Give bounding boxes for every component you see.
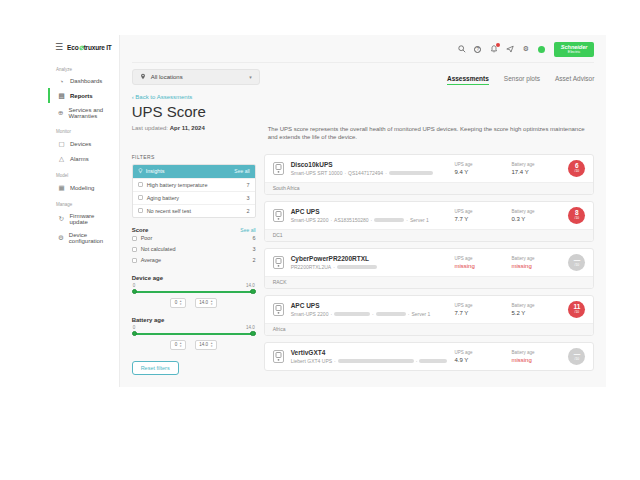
insight-filter-aging-battery[interactable]: Aging battery3 — [133, 191, 255, 204]
settings-icon[interactable]: ⚙ — [522, 45, 530, 53]
score-denominator: /10 — [575, 311, 580, 314]
topbar: ? ⚙ Schneider Electric — [132, 40, 595, 63]
reset-filters-button[interactable]: Reset filters — [132, 361, 179, 375]
subtitle-separator: · — [330, 217, 332, 223]
sidebar-item-firmware-update[interactable]: ↻Firmware update — [48, 209, 119, 228]
battery-age-slider-handle-min[interactable] — [132, 331, 138, 337]
insight-filter-no-recent-self-test[interactable]: No recent self test2 — [133, 204, 255, 217]
device-card[interactable]: APC UPSSmart-UPS 2200···Server 1UPS age7… — [264, 295, 595, 336]
sidebar-item-label: Modeling — [70, 185, 94, 191]
device-card[interactable]: Disco10kUPSSmart-UPS SRT 10000·QS1447172… — [264, 154, 595, 195]
filters-panel: FILTERS Insights See all High battery te… — [132, 154, 256, 375]
subtitle-text: PR2200RTXL2UA — [291, 264, 332, 270]
battery-age-min-input[interactable]: 0▲▼ — [170, 340, 186, 350]
search-icon[interactable] — [458, 45, 466, 53]
score-see-all-link[interactable]: See all — [240, 227, 255, 233]
checkbox[interactable] — [138, 195, 143, 200]
device-age-slider[interactable] — [134, 291, 254, 293]
device-subtitle: PR2200RTXL2UA· — [291, 264, 448, 270]
redacted-text — [334, 312, 370, 317]
subtitle-separator: · — [406, 217, 408, 223]
battery-age-column: Battery agemissing — [511, 350, 561, 363]
device-location: RACK — [265, 276, 594, 288]
subtitle-text: Server 1 — [410, 217, 429, 223]
score-filter-average[interactable]: Average2 — [132, 255, 256, 266]
score-filter-not-calculated[interactable]: Not calculated3 — [132, 244, 256, 255]
battery-age-label: Battery age — [511, 162, 561, 167]
checkbox[interactable] — [132, 258, 137, 263]
ups-age-label: UPS age — [454, 303, 504, 308]
checkbox[interactable] — [132, 247, 137, 252]
sidebar-item-dashboards[interactable]: ◔Dashboards — [48, 74, 119, 88]
checkbox[interactable] — [132, 236, 137, 241]
tab-sensor-plots[interactable]: Sensor plots — [504, 75, 540, 85]
device-subtitle: Smart-UPS 2200···Server 1 — [291, 311, 448, 317]
device-name: APC UPS — [291, 302, 448, 309]
insights-see-all-link[interactable]: See all — [234, 168, 249, 174]
sidebar-item-devices[interactable]: ▢Devices — [48, 136, 119, 151]
score-badge: 8/10 — [568, 207, 585, 224]
device-name: CyberPowerPR2200RTXL — [291, 255, 448, 262]
redacted-text — [376, 312, 406, 317]
help-icon[interactable]: ? — [474, 45, 482, 53]
filter-label: Average — [141, 257, 161, 263]
tab-assessments[interactable]: Assessments — [447, 75, 489, 85]
sidebar-item-services-and-warranties[interactable]: ⊕Services and Warranties — [48, 103, 119, 122]
device-age-slider-handle-min[interactable] — [132, 289, 138, 295]
lightbulb-icon — [138, 168, 143, 175]
battery-age-column: Battery agemissing — [511, 256, 561, 269]
redacted-text — [389, 171, 433, 176]
insight-filter-high-battery-temperature[interactable]: High battery temperature7 — [133, 178, 255, 191]
score-filter-poor[interactable]: Poor6 — [132, 233, 256, 244]
subtitle-text: QS1447172494 — [348, 170, 383, 176]
sidebar-item-label: Alarms — [70, 156, 89, 162]
checkbox[interactable] — [138, 182, 143, 187]
device-age-max-input[interactable]: 14.0▲▼ — [195, 298, 217, 308]
insights-header: Insights See all — [133, 165, 255, 178]
battery-age-label: Battery age — [511, 209, 561, 214]
notifications-icon[interactable] — [490, 45, 498, 53]
sidebar-section-label: Analyze — [48, 60, 119, 74]
device-age-slider-handle-max[interactable] — [250, 289, 256, 295]
device-subtitle: Smart-UPS 2200·AS1835150280··Server 1 — [291, 217, 448, 223]
device-info: APC UPSSmart-UPS 2200·AS1835150280··Serv… — [291, 208, 448, 223]
tab-asset-advisor[interactable]: Asset Advisor — [555, 75, 594, 85]
subtitle-text: Server 1 — [411, 311, 430, 317]
location-selector[interactable]: All locations ▾ — [132, 69, 260, 85]
filter-count: 2 — [247, 208, 250, 214]
device-card-main: APC UPSSmart-UPS 2200···Server 1UPS age7… — [265, 296, 594, 323]
battery-age-max-input[interactable]: 14.0▲▼ — [195, 340, 217, 350]
menu-icon[interactable]: ☰ — [55, 43, 63, 52]
back-to-assessments-link[interactable]: ‹ Back to Assessments — [132, 94, 595, 100]
ups-age-value: 4.9 Y — [454, 357, 504, 363]
ups-device-icon — [273, 350, 284, 363]
sidebar-item-modeling[interactable]: ▦Modeling — [48, 180, 119, 195]
sidebar-item-alarms[interactable]: △Alarms — [48, 151, 119, 166]
send-icon[interactable] — [506, 45, 514, 53]
sidebar-item-device-configuration[interactable]: ⚙Device configuration — [48, 228, 119, 247]
ups-age-label: UPS age — [454, 209, 504, 214]
ups-age-label: UPS age — [454, 162, 504, 167]
checkbox[interactable] — [138, 208, 143, 213]
sidebar-section-label: Manage — [48, 195, 119, 209]
subtitle-separator: · — [372, 311, 374, 317]
device-card[interactable]: APC UPSSmart-UPS 2200·AS1835150280··Serv… — [264, 201, 595, 242]
score-filter-title: Score — [132, 227, 149, 233]
device-card[interactable]: CyberPowerPR2200RTXLPR2200RTXL2UA·UPS ag… — [264, 248, 595, 289]
ups-device-icon — [273, 162, 284, 175]
subtitle-separator: · — [371, 217, 373, 223]
device-age-min-input[interactable]: 0▲▼ — [170, 298, 186, 308]
battery-age-slider-handle-max[interactable] — [250, 331, 256, 337]
battery-age-column: Battery age17.4 Y — [511, 162, 561, 175]
subtitle-separator: · — [344, 170, 346, 176]
device-info: APC UPSSmart-UPS 2200···Server 1 — [291, 302, 448, 317]
subtitle-separator: · — [385, 170, 387, 176]
battery-age-slider[interactable] — [134, 333, 254, 335]
schneider-electric-button[interactable]: Schneider Electric — [554, 42, 595, 57]
modeling-icon: ▦ — [58, 184, 65, 192]
avatar[interactable] — [538, 45, 546, 53]
sidebar-item-reports[interactable]: ▤Reports — [48, 88, 119, 103]
device-card[interactable]: VertivGXT4Liebert GXT4 UPS··UPS age4.9 Y… — [264, 342, 595, 371]
sidebar-item-label: Services and Warranties — [68, 107, 110, 119]
device-card-main: APC UPSSmart-UPS 2200·AS1835150280··Serv… — [265, 202, 594, 229]
